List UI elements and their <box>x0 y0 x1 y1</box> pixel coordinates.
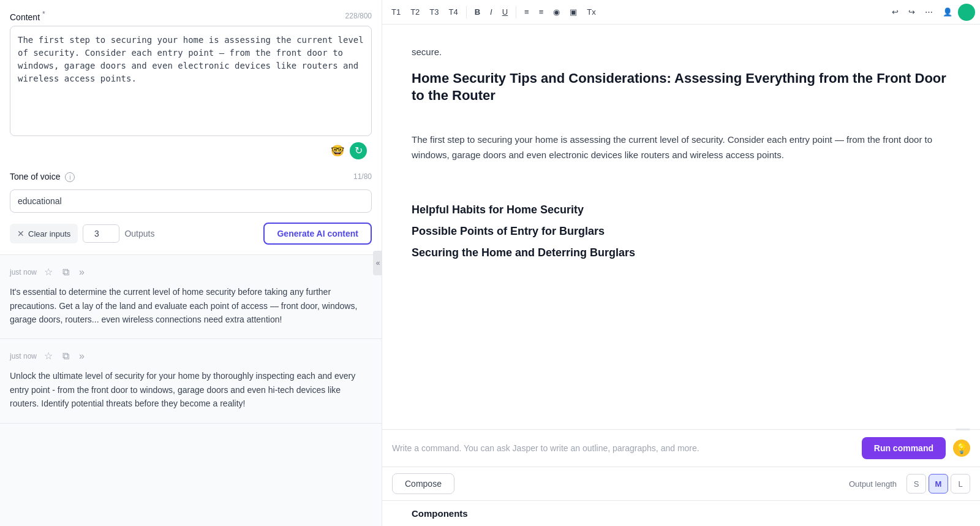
tone-input[interactable] <box>10 189 372 213</box>
collapse-panel-button[interactable]: « <box>373 251 383 275</box>
outputs-label: Outputs <box>124 229 154 238</box>
lightbulb-icon[interactable]: 💡 <box>953 440 970 457</box>
output-length-label: Output length <box>849 479 897 489</box>
toolbar-link[interactable]: ◉ <box>549 4 564 20</box>
copy-button[interactable]: ⧉ <box>60 265 72 279</box>
editor-subheading-2: Possible Points of Entry for Burglars <box>412 224 951 239</box>
toolbar-align-center[interactable]: ≡ <box>535 4 548 20</box>
clear-inputs-button[interactable]: ✕ Clear inputs <box>10 224 78 243</box>
close-icon: ✕ <box>17 229 24 238</box>
toolbar-separator <box>516 6 516 18</box>
expand-button[interactable]: » <box>77 349 87 363</box>
run-command-button[interactable]: Run command <box>862 437 946 459</box>
toolbar-clear-format[interactable]: Tx <box>582 4 600 20</box>
command-input[interactable] <box>392 443 854 453</box>
tone-char-count: 11/80 <box>353 172 372 181</box>
command-bar: Run command 💡 <box>382 429 980 467</box>
editor-paragraph: The first step to securing your home is … <box>412 132 951 163</box>
editor-heading: Home Security Tips and Considerations: A… <box>412 70 951 105</box>
toolbar-t3[interactable]: T3 <box>425 4 443 20</box>
toolbar-image[interactable]: ▣ <box>565 4 581 20</box>
outputs-count-input[interactable] <box>83 224 119 243</box>
editor-area[interactable]: secure. Home Security Tips and Considera… <box>382 25 980 429</box>
result-item: just now ☆ ⧉ » It's essential to determi… <box>0 255 382 339</box>
content-char-count: 228/800 <box>345 12 372 20</box>
toolbar-align-left[interactable]: ≡ <box>520 4 533 20</box>
editor-bottom-section: Components <box>412 508 951 519</box>
content-label: Content * <box>10 10 45 22</box>
copy-button[interactable]: ⧉ <box>60 349 72 363</box>
star-button[interactable]: ☆ <box>42 349 55 363</box>
result-timestamp: just now <box>10 268 37 276</box>
toolbar-t2[interactable]: T2 <box>406 4 424 20</box>
result-item: just now ☆ ⧉ » Unlock the ultimate level… <box>0 339 382 423</box>
tone-label: Tone of voice i <box>10 172 75 183</box>
toolbar-more[interactable]: ⋯ <box>921 4 937 20</box>
content-textarea[interactable] <box>10 26 372 136</box>
editor-subheading-3: Securing the Home and Deterring Burglars <box>412 245 951 261</box>
result-timestamp: just now <box>10 352 37 360</box>
editor-top-text: secure. <box>412 44 951 60</box>
length-s-button[interactable]: S <box>907 474 926 494</box>
length-m-button[interactable]: M <box>929 474 948 494</box>
editor-toolbar: T1 T2 T3 T4 B I U ≡ ≡ ◉ ▣ Tx ↩ ↪ ⋯ 👤 <box>382 0 980 25</box>
expand-button[interactable]: » <box>77 265 87 279</box>
toolbar-bold[interactable]: B <box>470 4 484 20</box>
toolbar-t1[interactable]: T1 <box>387 4 405 20</box>
info-icon[interactable]: i <box>65 172 75 182</box>
generate-ai-content-button[interactable]: Generate AI content <box>263 223 372 245</box>
toolbar-redo[interactable]: ↪ <box>904 4 919 20</box>
toolbar-italic[interactable]: I <box>486 4 497 20</box>
resize-handle[interactable] <box>956 429 970 430</box>
result-text: Unlock the ultimate level of security fo… <box>10 369 372 410</box>
toolbar-undo[interactable]: ↩ <box>888 4 903 20</box>
toolbar-t4[interactable]: T4 <box>445 4 462 20</box>
length-options: S M L <box>907 474 970 494</box>
bottom-bar: Compose Output length S M L <box>382 467 980 500</box>
emoji-icon[interactable]: 🤓 <box>329 142 346 159</box>
toolbar-underline[interactable]: U <box>498 4 512 20</box>
star-button[interactable]: ☆ <box>42 265 55 279</box>
editor-subheading-1: Helpful Habits for Home Security <box>412 202 951 218</box>
toolbar-account[interactable]: 👤 <box>938 4 957 20</box>
toolbar-green-action[interactable] <box>958 4 975 21</box>
compose-button[interactable]: Compose <box>392 473 454 494</box>
toolbar-separator <box>466 6 467 18</box>
length-l-button[interactable]: L <box>951 474 970 494</box>
result-text: It's essential to determine the current … <box>10 285 372 326</box>
refresh-icon[interactable]: ↻ <box>350 142 367 159</box>
